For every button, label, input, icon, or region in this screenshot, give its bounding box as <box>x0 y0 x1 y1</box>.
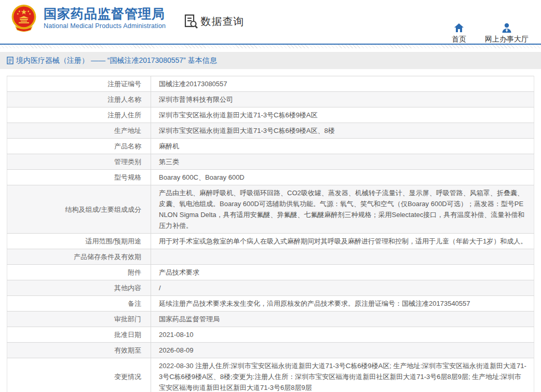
data-query-button[interactable]: 数据查询 <box>183 13 244 29</box>
row-label: 审批部门 <box>7 312 151 327</box>
row-value: 深圳市普博科技有限公司 <box>151 92 534 107</box>
table-row: 管理类别第三类 <box>7 154 534 170</box>
registration-info-table: 注册证编号国械注准20173080557注册人名称深圳市普博科技有限公司注册人住… <box>7 76 534 392</box>
document-icon <box>7 57 13 64</box>
table-row: 注册人名称深圳市普博科技有限公司 <box>7 92 534 107</box>
nav-home-label: 首页 <box>452 35 466 44</box>
site-title: 国家药品监督管理局 <box>44 7 166 20</box>
table-row: 备注延续注册产品技术要求未发生变化，沿用原核发的产品技术要求。原注册证编号：国械… <box>7 296 534 312</box>
table-row: 适用范围/预期用途用于对手术室或急救室的单个病人在吸入式麻醉期间对其呼吸及麻醉进… <box>7 234 534 249</box>
row-value: 2022-08-30 注册人住所:深圳市宝安区福永街道新田大道71-3号C栋6楼… <box>151 358 534 392</box>
table-row: 其他内容/ <box>7 280 534 296</box>
page-title: 境内医疗器械（注册） —— “国械注准20173080557” 基本信息 <box>16 56 217 65</box>
row-label: 适用范围/预期用途 <box>7 234 151 249</box>
site-logo-text: 国家药品监督管理局 National Medical Products Admi… <box>44 7 166 30</box>
header-nav: 首页 网上办事大厅 <box>452 23 529 44</box>
row-value: 深圳市宝安区福永街道新田大道71-3号C栋6楼9楼A区 <box>151 107 534 123</box>
row-label: 产品储存条件及有效期 <box>7 249 151 265</box>
row-label: 注册人名称 <box>7 92 151 107</box>
row-value: 产品技术要求 <box>151 265 534 280</box>
data-query-label: 数据查询 <box>200 15 244 29</box>
row-value: / <box>151 280 534 296</box>
person-icon <box>502 23 512 33</box>
row-label: 型号规格 <box>7 170 151 185</box>
site-header: 国家药品监督管理局 National Medical Products Admi… <box>0 0 541 45</box>
row-label: 备注 <box>7 296 151 312</box>
china-national-emblem-icon <box>10 4 37 32</box>
row-label: 产品名称 <box>7 139 151 154</box>
header-hatch-divider <box>0 45 541 48</box>
row-label: 注册证编号 <box>7 76 151 92</box>
nav-online-hall-label: 网上办事大厅 <box>485 35 529 44</box>
row-label: 其他内容 <box>7 280 151 296</box>
row-label: 管理类别 <box>7 154 151 170</box>
row-value: 延续注册产品技术要求未发生变化，沿用原核发的产品技术要求。原注册证编号：国械注准… <box>151 296 534 312</box>
row-value: 国械注准20173080557 <box>151 76 534 92</box>
table-row: 注册证编号国械注准20173080557 <box>7 76 534 92</box>
row-value: 2021-08-10 <box>151 327 534 343</box>
table-row: 产品名称麻醉机 <box>7 139 534 154</box>
table-row: 结构及组成/主要组成成分产品由主机、麻醉呼吸机、呼吸循环回路、CO2吸收罐、蒸发… <box>7 185 534 234</box>
row-value: 产品由主机、麻醉呼吸机、呼吸循环回路、CO2吸收罐、蒸发器、机械转子流量计、显示… <box>151 185 534 234</box>
row-value: 深圳市宝安区福永街道新田大道71-3号C栋6楼9楼A区、8楼 <box>151 123 534 139</box>
table-row: 有效期至2026-08-09 <box>7 343 534 358</box>
nav-online-hall[interactable]: 网上办事大厅 <box>485 23 529 44</box>
info-table-body: 注册证编号国械注准20173080557注册人名称深圳市普博科技有限公司注册人住… <box>7 76 534 392</box>
row-label: 变更情况 <box>7 358 151 392</box>
table-row: 附件产品技术要求 <box>7 265 534 280</box>
row-label: 批准日期 <box>7 327 151 343</box>
row-value <box>151 249 534 265</box>
page-title-bar: 境内医疗器械（注册） —— “国械注准20173080557” 基本信息 <box>0 52 541 69</box>
table-row: 审批部门国家药品监督管理局 <box>7 312 534 327</box>
site-subtitle: National Medical Products Administration <box>44 22 166 30</box>
row-value: 2026-08-09 <box>151 343 534 358</box>
table-row: 变更情况2022-08-30 注册人住所:深圳市宝安区福永街道新田大道71-3号… <box>7 358 534 392</box>
table-row: 型号规格Boaray 600C、Boaray 600D <box>7 170 534 185</box>
row-value: 用于对手术室或急救室的单个病人在吸入式麻醉期间对其呼吸及麻醉进行管理和控制，适用… <box>151 234 534 249</box>
row-value: 国家药品监督管理局 <box>151 312 534 327</box>
table-row: 注册人住所深圳市宝安区福永街道新田大道71-3号C栋6楼9楼A区 <box>7 107 534 123</box>
home-icon <box>454 23 464 33</box>
row-label: 附件 <box>7 265 151 280</box>
row-label: 有效期至 <box>7 343 151 358</box>
row-label: 结构及组成/主要组成成分 <box>7 185 151 234</box>
row-value: Boaray 600C、Boaray 600D <box>151 170 534 185</box>
document-search-icon <box>183 13 199 29</box>
table-row: 生产地址深圳市宝安区福永街道新田大道71-3号C栋6楼9楼A区、8楼 <box>7 123 534 139</box>
row-value: 第三类 <box>151 154 534 170</box>
row-label: 注册人住所 <box>7 107 151 123</box>
nav-home[interactable]: 首页 <box>452 23 466 44</box>
row-label: 生产地址 <box>7 123 151 139</box>
table-row: 产品储存条件及有效期 <box>7 249 534 265</box>
row-value: 麻醉机 <box>151 139 534 154</box>
table-row: 批准日期2021-08-10 <box>7 327 534 343</box>
